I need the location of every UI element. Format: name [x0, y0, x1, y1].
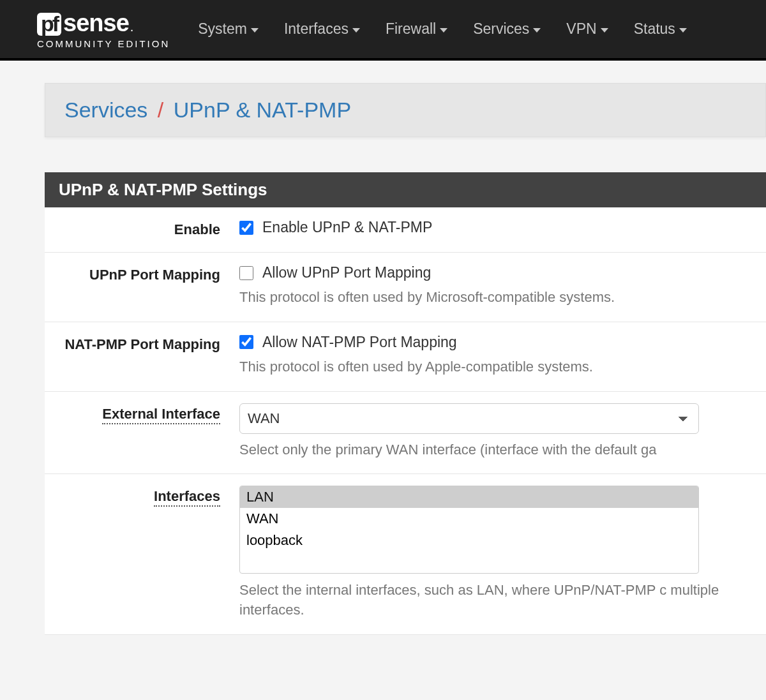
navbar: pf sense . COMMUNITY EDITION System Inte… — [0, 0, 766, 61]
checkbox-natpmp-row[interactable]: Allow NAT-PMP Port Mapping — [239, 334, 753, 351]
breadcrumb-page[interactable]: UPnP & NAT-PMP — [174, 98, 351, 122]
brand-subtitle: COMMUNITY EDITION — [37, 38, 170, 49]
label-interfaces: Interfaces — [45, 486, 239, 620]
nav-label: Status — [634, 20, 675, 38]
help-external-interface: Select only the primary WAN interface (i… — [239, 440, 753, 460]
settings-panel: UPnP & NAT-PMP Settings Enable Enable UP… — [45, 172, 766, 635]
field-natpmp: NAT-PMP Port Mapping Allow NAT-PMP Port … — [45, 322, 766, 392]
help-interfaces: Select the internal interfaces, such as … — [239, 581, 753, 620]
control-enable: Enable UPnP & NAT-PMP — [239, 219, 766, 238]
checkbox-upnp-row[interactable]: Allow UPnP Port Mapping — [239, 264, 753, 281]
nav-item-system[interactable]: System — [189, 14, 267, 44]
nav-item-status[interactable]: Status — [625, 14, 696, 44]
brand-logo[interactable]: pf sense . COMMUNITY EDITION — [37, 10, 170, 49]
option-lan[interactable]: LAN — [240, 486, 698, 508]
label-upnp: UPnP Port Mapping — [45, 264, 239, 308]
checkbox-enable-label: Enable UPnP & NAT-PMP — [262, 219, 432, 236]
brand-dot: . — [130, 20, 134, 34]
nav-item-services[interactable]: Services — [464, 14, 550, 44]
control-natpmp: Allow NAT-PMP Port Mapping This protocol… — [239, 334, 766, 377]
breadcrumb: Services / UPnP & NAT-PMP — [45, 83, 766, 137]
help-natpmp: This protocol is often used by Apple-com… — [239, 357, 753, 377]
nav-item-firewall[interactable]: Firewall — [377, 14, 456, 44]
nav-label: Services — [473, 20, 529, 38]
chevron-down-icon — [679, 28, 687, 33]
select-external-interface[interactable]: WAN — [239, 403, 699, 434]
control-interfaces: LAN WAN loopback Select the internal int… — [239, 486, 766, 620]
checkbox-upnp-label: Allow UPnP Port Mapping — [262, 264, 431, 281]
panel-heading: UPnP & NAT-PMP Settings — [45, 172, 766, 207]
checkbox-upnp[interactable] — [239, 266, 253, 280]
checkbox-enable[interactable] — [239, 221, 253, 235]
label-external-interface: External Interface — [45, 403, 239, 460]
breadcrumb-sep: / — [158, 98, 163, 122]
nav-items: System Interfaces Firewall Services VPN … — [189, 14, 696, 44]
nav-label: VPN — [566, 20, 596, 38]
brand-sense-text: sense — [63, 10, 129, 37]
label-enable: Enable — [45, 219, 239, 238]
nav-item-vpn[interactable]: VPN — [557, 14, 617, 44]
field-external-interface: External Interface WAN Select only the p… — [45, 392, 766, 475]
nav-label: System — [198, 20, 247, 38]
field-interfaces: Interfaces LAN WAN loopback Select the i… — [45, 474, 766, 635]
page-content: Services / UPnP & NAT-PMP UPnP & NAT-PMP… — [0, 61, 766, 635]
select-interfaces[interactable]: LAN WAN loopback — [239, 486, 699, 574]
help-upnp: This protocol is often used by Microsoft… — [239, 288, 753, 308]
checkbox-natpmp-label: Allow NAT-PMP Port Mapping — [262, 334, 457, 351]
checkbox-enable-row[interactable]: Enable UPnP & NAT-PMP — [239, 219, 753, 236]
control-upnp: Allow UPnP Port Mapping This protocol is… — [239, 264, 766, 308]
chevron-down-icon — [352, 28, 360, 33]
checkbox-natpmp[interactable] — [239, 335, 253, 349]
label-natpmp: NAT-PMP Port Mapping — [45, 334, 239, 377]
nav-label: Interfaces — [284, 20, 349, 38]
option-wan[interactable]: WAN — [240, 508, 698, 530]
field-upnp: UPnP Port Mapping Allow UPnP Port Mappin… — [45, 253, 766, 322]
nav-item-interfaces[interactable]: Interfaces — [275, 14, 369, 44]
nav-label: Firewall — [386, 20, 436, 38]
chevron-down-icon — [440, 28, 447, 33]
option-loopback[interactable]: loopback — [240, 530, 698, 551]
chevron-down-icon — [601, 28, 608, 33]
field-enable: Enable Enable UPnP & NAT-PMP — [45, 207, 766, 253]
chevron-down-icon — [533, 28, 541, 33]
breadcrumb-root[interactable]: Services — [64, 98, 147, 122]
brand-pf-badge: pf — [37, 13, 61, 36]
chevron-down-icon — [251, 28, 259, 33]
control-external-interface: WAN Select only the primary WAN interfac… — [239, 403, 766, 460]
